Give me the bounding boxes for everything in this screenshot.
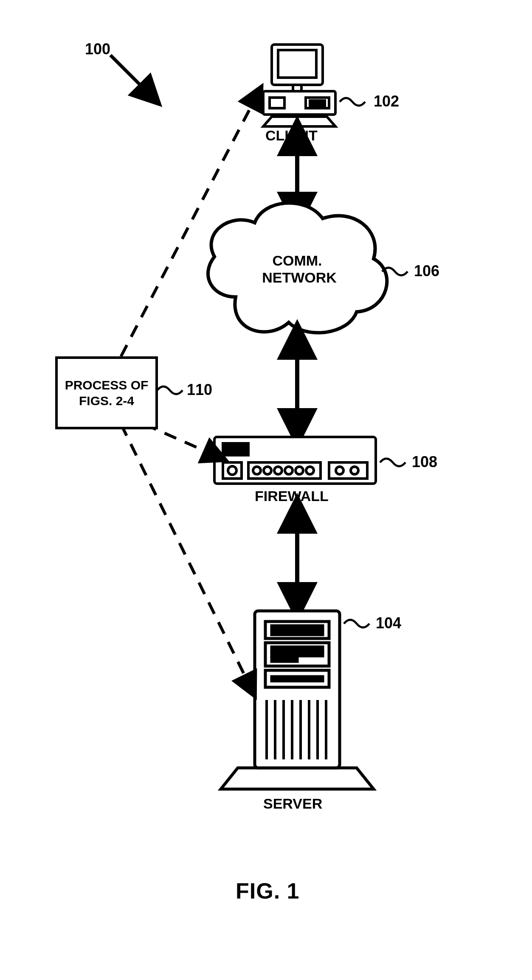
- svg-rect-31: [272, 658, 297, 661]
- ref-102: 102: [374, 92, 399, 110]
- svg-rect-8: [278, 50, 316, 78]
- process-line2: FIGS. 2-4: [65, 393, 149, 409]
- ref-100: 100: [85, 40, 110, 58]
- figure-1-diagram: PROCESS OF FIGS. 2-4 CLIENT COMM. NETWOR…: [0, 0, 532, 980]
- client-label: CLIENT: [265, 127, 318, 144]
- server-label: SERVER: [263, 795, 322, 812]
- svg-point-18: [285, 467, 293, 474]
- ref-104-lead: [344, 620, 369, 627]
- network-line1: COMM.: [263, 252, 331, 269]
- svg-rect-11: [223, 443, 248, 455]
- server-icon: [221, 611, 374, 789]
- svg-point-19: [296, 467, 303, 474]
- ref-108-lead: [380, 459, 405, 466]
- figure-caption: FIG. 1: [236, 878, 299, 904]
- svg-point-15: [253, 467, 261, 474]
- svg-rect-33: [272, 677, 323, 681]
- ref-108: 108: [412, 453, 437, 471]
- process-box: PROCESS OF FIGS. 2-4: [55, 356, 158, 429]
- firewall-label: FIREWALL: [255, 488, 329, 504]
- ref-106: 106: [414, 262, 439, 280]
- ref-100-arrow: [110, 55, 151, 95]
- svg-point-13: [228, 466, 236, 475]
- svg-rect-9: [293, 85, 301, 91]
- ref-102-lead: [340, 98, 365, 106]
- process-line1: PROCESS OF: [65, 377, 149, 393]
- ref-104: 104: [376, 614, 401, 632]
- ref-110-lead: [157, 386, 183, 394]
- client-icon: [263, 45, 335, 126]
- svg-point-17: [274, 467, 282, 474]
- svg-rect-26: [272, 626, 323, 629]
- network-line2: NETWORK: [251, 269, 348, 286]
- svg-rect-27: [272, 631, 323, 635]
- svg-rect-30: [272, 652, 323, 656]
- svg-point-22: [336, 467, 343, 474]
- svg-point-16: [264, 467, 271, 474]
- svg-rect-2: [270, 98, 284, 108]
- ref-110: 110: [187, 381, 212, 399]
- firewall-icon: [214, 437, 376, 484]
- svg-point-23: [351, 467, 358, 474]
- svg-line-0: [110, 55, 151, 95]
- svg-rect-29: [272, 647, 323, 650]
- svg-point-20: [306, 467, 314, 474]
